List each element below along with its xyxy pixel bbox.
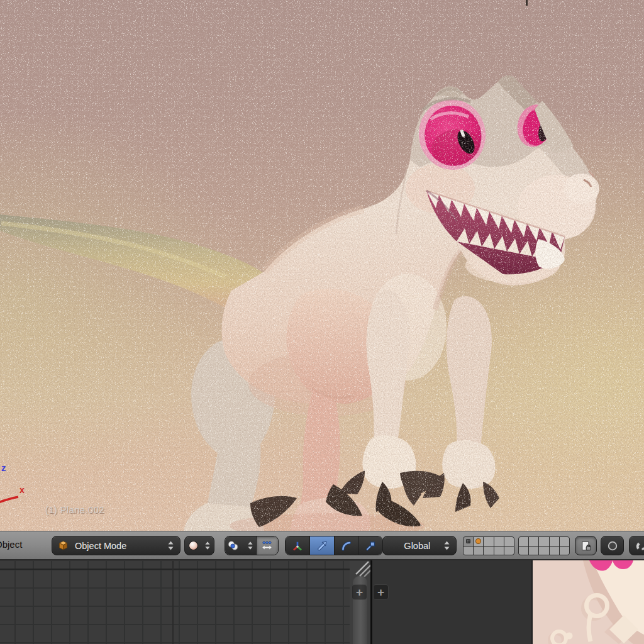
layers-group-2 <box>518 536 570 555</box>
updown-arrows-icon <box>247 540 253 551</box>
layer-cell[interactable] <box>539 537 548 546</box>
layer-cell[interactable] <box>504 537 514 546</box>
manipulate-centers-icon <box>262 540 272 551</box>
layer-cell[interactable] <box>484 537 493 546</box>
scene-lock-icon <box>580 540 592 552</box>
translate-arrow-icon <box>316 540 328 552</box>
proportional-edit-dropdown[interactable] <box>601 536 624 555</box>
bottom-editors: + + <box>0 560 644 644</box>
scale-square-icon <box>365 540 376 552</box>
layer-cell[interactable] <box>494 537 504 546</box>
manipulator-scale-button[interactable] <box>358 536 382 555</box>
manipulator-toggle[interactable] <box>286 536 309 555</box>
empty-editor-area[interactable] <box>372 561 531 644</box>
manipulate-centers-toggle[interactable] <box>256 536 278 555</box>
layer-cell[interactable] <box>494 547 504 555</box>
viewport-shading-dropdown[interactable] <box>184 536 214 555</box>
orientation-dropdown-label: Global <box>395 541 430 551</box>
updown-arrows-icon <box>204 540 211 551</box>
axis-z-label: z <box>1 462 6 473</box>
snap-toggle[interactable] <box>629 536 644 555</box>
image-editor[interactable] <box>533 560 644 644</box>
layer-cell[interactable] <box>519 537 528 546</box>
mode-dropdown[interactable]: Object Mode <box>52 536 180 555</box>
orientation-dropdown[interactable]: Global <box>382 536 457 555</box>
expand-region-button[interactable]: + <box>352 584 367 600</box>
area-corner-grip[interactable] <box>351 560 372 577</box>
layer-cell[interactable] <box>474 537 483 546</box>
layer-cell[interactable] <box>539 547 548 555</box>
manipulator-rotate-button[interactable] <box>334 536 358 555</box>
render-border-tick <box>526 0 528 6</box>
viewport-header: Object Object Mode <box>0 531 644 560</box>
manipulator-translate-button[interactable] <box>309 536 334 555</box>
raptor-render <box>0 0 644 531</box>
layer-cell[interactable] <box>560 547 569 555</box>
mini-axis-gizmo: z x <box>0 461 60 508</box>
grid-axis-line-vertical <box>172 561 174 644</box>
layer-cell[interactable] <box>519 547 528 555</box>
blender-window: z x (1) Plane.002 Object Object Mode <box>0 0 644 644</box>
pivot-point-dropdown[interactable] <box>225 536 256 555</box>
layer-cell[interactable] <box>529 547 538 555</box>
cube-icon <box>58 540 69 551</box>
updown-arrows-icon <box>167 540 174 551</box>
updown-arrows-icon <box>443 540 450 551</box>
layer-cell[interactable] <box>464 537 473 546</box>
grid-viewport-editor[interactable] <box>0 561 350 644</box>
3d-viewport[interactable]: z x (1) Plane.002 <box>0 0 644 531</box>
layer-cell[interactable] <box>474 547 483 555</box>
layer-cell[interactable] <box>464 547 473 555</box>
layer-cell[interactable] <box>550 547 559 555</box>
layer-cell[interactable] <box>529 537 538 546</box>
median-point-icon <box>228 540 238 551</box>
active-object-label: (1) Plane.002 <box>45 504 104 515</box>
expand-region-button[interactable]: + <box>373 584 389 600</box>
layer-cell[interactable] <box>504 547 514 555</box>
proportional-circle-icon <box>607 540 618 552</box>
layer-cell[interactable] <box>560 537 569 546</box>
object-menu[interactable]: Object <box>0 539 22 550</box>
axis-x-label: x <box>19 485 25 495</box>
grid-axis-line-horizontal <box>0 569 350 570</box>
layer-cell[interactable] <box>484 547 493 555</box>
magnet-icon <box>635 540 644 552</box>
mode-dropdown-label: Object Mode <box>75 541 126 551</box>
rotate-arc-icon <box>341 540 352 552</box>
rendered-sphere-icon <box>188 540 199 551</box>
layer-cell[interactable] <box>550 537 559 546</box>
pink-texture-image <box>533 560 644 644</box>
layers-group-1 <box>463 536 514 555</box>
scene-lock-toggle[interactable] <box>575 536 597 555</box>
axis-tripod-icon <box>292 540 303 552</box>
axis-x-arc <box>0 461 60 508</box>
